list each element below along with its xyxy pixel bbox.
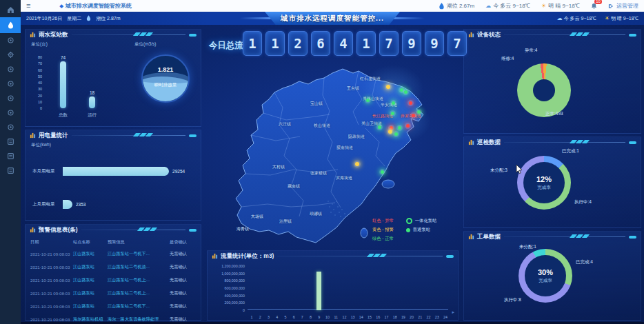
flow-digit: 7 [447,31,467,56]
table-cell: 2021-10-21 00:08:03 [30,317,73,322]
column-header: 是否确认 [170,239,196,245]
donut-segment-label: 已完成:4 [576,259,593,265]
bar-value: 74 [57,55,70,60]
gauge-value: 1.821 [143,66,188,73]
banner-left: 2021年10月26日 星期二 潮位 2.87m [26,12,121,25]
x-tick: 7 [298,315,306,319]
station-marker-y[interactable] [355,162,359,166]
map-town-label: 大村镇 [272,164,285,170]
station-marker-g[interactable] [392,101,395,105]
station-marker-r[interactable] [412,114,415,117]
sidebar-item-pump-2[interactable] [0,77,21,91]
station-marker-g[interactable] [391,112,394,115]
bar-chart-icon [30,32,36,38]
district-map: 红色 - 异常黄色 - 报警绿色 - 正常一体化泵站普通泵站 红石崖街道王台镇宝… [207,59,462,250]
station-marker-g[interactable] [398,126,401,130]
table-cell: 2021-10-21 09:08:03 [30,291,73,296]
x-tick: 5 [281,315,290,319]
x-tick: 11 [332,315,340,319]
panel-header: 巡检数据 [464,137,641,148]
sidebar-item-screens[interactable] [0,163,21,178]
table-row[interactable]: 2021-10-21 09:08:03江山路泵站江山路泵站二号机上...无需确认 [30,287,196,300]
station-marker-r[interactable] [409,101,412,105]
header-line [504,236,625,237]
station-marker-g[interactable] [378,125,381,129]
banner-weather-today: 今 多云 9~18℃ [564,16,596,21]
table-row[interactable]: 2021-10-21 09:08:03江山路泵站江山路泵站一号机下...无需确认 [30,247,196,261]
bar-chart-icon [468,234,474,240]
sidebar-item-monitoring[interactable] [0,33,21,48]
x-tick: 16 [374,315,382,319]
station-marker-y[interactable] [388,130,392,134]
unit-label: 单位(m3/s) [134,41,156,48]
slash-decor [571,234,588,238]
device-status-donut [517,63,571,117]
water-drop-icon [7,19,14,32]
sidebar-item-pump-1[interactable] [0,62,21,77]
map-town-label: 薛家岛街道 [401,113,421,119]
gear-icon [7,49,14,61]
bar-chart-icon [468,139,474,145]
table-row[interactable]: 2021-10-21 09:08:03江山路泵站江山路泵站二号机油...无需确认 [30,261,196,274]
ops-management-link[interactable]: 运营管理 [608,2,638,10]
station-marker-g[interactable] [381,170,384,174]
bar-chart-icon [212,253,218,259]
flow-digit: 1 [243,31,262,56]
slash-decor [134,133,152,136]
flow-digit: 9 [402,31,421,56]
header-line [504,34,625,35]
unit-label: 单位(kwh) [31,142,51,148]
map-town-label: 张家楼镇 [310,170,327,176]
map-town-label: 铁山街道 [314,123,330,129]
flow-chart-panel: 流量统计(单位：m3) ▸1,200,000,0001,000,000,0008… [207,250,459,321]
flow-digit: 1 [265,31,285,56]
sidebar-item-records[interactable] [0,149,21,163]
enter-icon [608,3,614,10]
station-marker-g[interactable] [400,88,403,92]
sidebar-item-pump-4[interactable] [0,105,21,120]
hamburger-icon[interactable]: ≡ [26,2,30,10]
sidebar-item-reports[interactable] [0,134,21,149]
table-row[interactable]: 2021-10-21 09:08:03江山路泵站江山路泵站一号机上...无需确认 [30,274,196,287]
panel-header: 流量统计(单位：m3) [208,251,458,261]
table-row[interactable]: 2021-10-21 09:08:03江山路泵站江山路泵站二号机下...无需确认 [30,300,196,313]
x-tick: 23 [433,315,441,319]
station-marker-g[interactable] [417,110,421,114]
notifications-bell[interactable]: 10 [591,3,597,10]
power-usage-panel: 用电量统计 单位(kwh) 本月用电量29254上月用电量2353 [25,130,201,221]
sidebar-item-pump-5[interactable] [0,120,21,134]
ring-icon [406,218,412,224]
island [361,228,368,238]
station-marker-y[interactable] [386,85,390,89]
unit-label: 单位(台) [31,41,48,48]
x-tick: 9 [315,315,323,319]
power-bar-label: 本月用电量 [32,168,63,174]
station-marker-g[interactable] [366,99,370,102]
header-line [81,230,185,230]
table-cell: 无需确认 [170,264,196,270]
y-tick: 1,000,000,000 [210,272,245,276]
bar-chart-icon [30,132,36,139]
panel-header: 设备状态 [464,30,641,40]
island [382,180,394,188]
header-line [504,142,625,143]
device-status-panel: 设备状态 异常:4维修:4正常:493 [463,29,641,134]
station-marker-g[interactable] [404,90,407,94]
station-marker-g[interactable] [394,132,398,136]
x-tick: 17 [382,315,390,319]
sidebar-item-pump-3[interactable] [0,91,21,105]
map-town-label: 隐珠街道 [348,134,365,140]
daily-flow-bar [316,272,321,310]
completion-label: 完成率 [539,278,552,284]
diamond-icon: ◆ [59,3,63,9]
map-town-label: 海青镇 [237,226,249,232]
x-tick: 19 [399,315,407,319]
donut-hole: 12% 完成率 [523,162,565,203]
sidebar-item-home[interactable] [0,3,21,17]
header-pill-icon [189,134,197,137]
sidebar-item-settings[interactable] [0,48,21,62]
sidebar-item-overview[interactable] [0,17,21,33]
table-cell: 无需确认 [170,251,196,257]
decor-streak [392,17,426,19]
station-marker-r[interactable] [406,124,410,128]
